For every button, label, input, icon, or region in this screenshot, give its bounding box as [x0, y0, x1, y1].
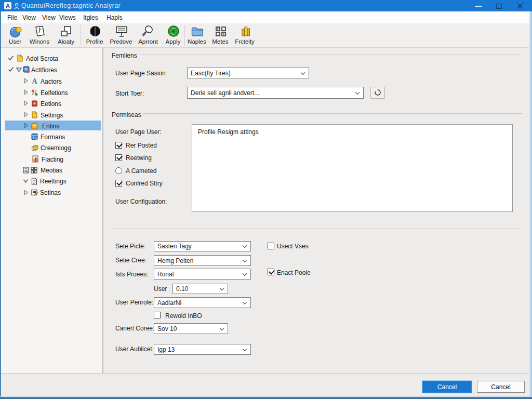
svg-text:A: A [32, 77, 38, 85]
